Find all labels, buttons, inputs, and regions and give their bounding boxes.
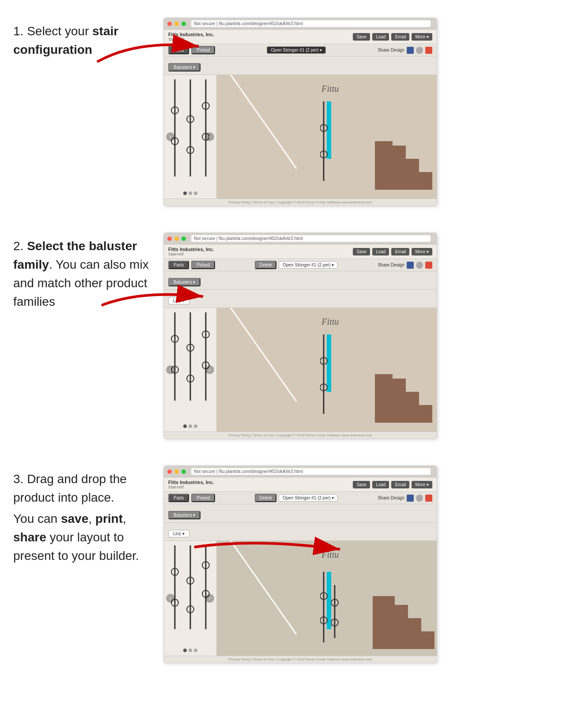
handrail-3 xyxy=(230,541,297,635)
step-1-screenshot: Not secure | fitu.plantrla.com/designer/… xyxy=(163,18,550,206)
load-button-2[interactable]: Load xyxy=(372,248,389,255)
step-3-bold-print: print xyxy=(95,512,123,525)
toolbar-left-2: Parts Picked xyxy=(168,261,215,269)
share-label-1: Share Design xyxy=(378,48,404,53)
step-2-number: 2. xyxy=(13,239,23,253)
app-logo-3: Fitts Industries, Inc. StairArtif xyxy=(168,480,214,489)
close-dot-2 xyxy=(167,236,172,241)
stair-preview-1: Fittu xyxy=(217,75,437,199)
app-footer-3: Privacy Policy | Terms of Use | Copyrigh… xyxy=(164,656,437,663)
svg-rect-53 xyxy=(373,596,395,607)
browser-url-1: Not secure | fitu.plantrla.com/designer/… xyxy=(191,20,431,27)
email-button-3[interactable]: Email xyxy=(391,481,409,488)
baluster-items-svg-2 xyxy=(164,308,217,405)
parts-tab-2[interactable]: Parts xyxy=(168,261,189,269)
linz-toolbar-3: Linz ▾ xyxy=(164,523,437,541)
more-button-2[interactable]: More ▾ xyxy=(412,248,432,255)
step-1-number: 1. xyxy=(13,24,23,38)
picked-tab-3[interactable]: Picked xyxy=(191,494,215,502)
toolbar-center-2: Delete Open Stringer #1 (2 per) ▾ xyxy=(255,261,338,269)
picked-tab-2[interactable]: Picked xyxy=(191,261,215,269)
min-dot-3 xyxy=(174,469,179,474)
max-dot-1 xyxy=(181,22,186,26)
parts-tab-3[interactable]: Parts xyxy=(168,494,189,502)
dot-2-1 xyxy=(183,424,187,428)
app-content-1: ‹ › Fittu xyxy=(164,75,437,199)
email-button-1[interactable]: Email xyxy=(391,33,409,41)
max-dot-3 xyxy=(181,469,186,474)
dots-row-1 xyxy=(183,191,197,195)
handrail-2 xyxy=(230,308,297,402)
svg-rect-15 xyxy=(375,146,406,163)
step-2-section: 2. Select the baluster family. You can a… xyxy=(13,233,550,439)
min-dot-2 xyxy=(174,236,179,241)
dots-row-3 xyxy=(183,649,197,652)
dot-3-3 xyxy=(194,649,197,652)
share-label-3: Share Design xyxy=(378,495,404,500)
step-1-section: 1. Select your stairconfiguration Not se… xyxy=(13,18,550,206)
toolbar-left-3: Parts Picked xyxy=(168,494,215,502)
stair-steps-1 xyxy=(375,141,432,190)
balusters-toolbar-3: Balusters ▾ xyxy=(164,504,437,523)
share-label-2: Share Design xyxy=(378,263,404,267)
toolbar-left-1: Parts Picked xyxy=(168,46,215,54)
linz-btn-3[interactable]: Linz ▾ xyxy=(168,530,189,537)
toolbar-right-3: Share Design xyxy=(378,495,432,502)
app-toolbar-2: Parts Picked Delete Open Stringer #1 (2 … xyxy=(164,259,437,271)
balusters-btn-3[interactable]: Balusters ▾ xyxy=(168,511,200,519)
step-3-browser: Not secure | fitu.plantrla.com/designer/… xyxy=(163,465,437,663)
more-button-3[interactable]: More ▾ xyxy=(412,481,432,488)
balusters-btn-2[interactable]: Balusters ▾ xyxy=(168,278,200,286)
step-3-screenshot: Not secure | fitu.plantrla.com/designer/… xyxy=(163,465,550,663)
balusters-toolbar-1: Balusters ▾ xyxy=(164,56,437,75)
nav-arrow-left-3[interactable]: ‹ xyxy=(166,594,175,603)
load-button-1[interactable]: Load xyxy=(372,33,389,41)
save-button-3[interactable]: Save xyxy=(353,481,370,488)
balusters-btn-1[interactable]: Balusters ▾ xyxy=(168,63,200,71)
stringer-dropdown-2[interactable]: Open Stringer #1 (2 per) ▾ xyxy=(279,261,338,269)
parts-tab-1[interactable]: Parts xyxy=(168,46,189,54)
stringer-dropdown-3[interactable]: Open Stringer #1 (2 per) ▾ xyxy=(279,494,338,502)
nav-arrow-left-1[interactable]: ‹ xyxy=(166,132,175,141)
step-1-bold: stairconfiguration xyxy=(13,24,118,56)
google-icon-1 xyxy=(425,47,432,54)
linz-btn-2[interactable]: Linz ▾ xyxy=(168,297,189,304)
social-icon-2-3 xyxy=(416,495,423,502)
load-button-3[interactable]: Load xyxy=(372,481,389,488)
baluster-panel-3: ‹ › xyxy=(164,541,217,656)
fitts-logo-2: Fittu xyxy=(321,317,339,327)
linz-toolbar-2: Linz ▾ xyxy=(164,290,437,308)
step-2-bold-1: Select the baluster family xyxy=(13,239,137,271)
picked-tab-1[interactable]: Picked xyxy=(191,46,215,54)
delete-button-3[interactable]: Delete xyxy=(255,494,276,502)
balusters-toolbar-2: Balusters ▾ xyxy=(164,271,437,290)
facebook-icon-3 xyxy=(407,495,414,502)
save-button-1[interactable]: Save xyxy=(353,33,370,41)
stair-baluster-1 xyxy=(320,101,333,181)
app-logo-sub-1: StairArtif xyxy=(168,37,214,41)
delete-button-2[interactable]: Delete xyxy=(255,261,276,269)
facebook-icon-2 xyxy=(407,262,414,269)
nav-arrow-right-1[interactable]: › xyxy=(205,132,214,141)
nav-arrow-right-3[interactable]: › xyxy=(205,594,214,603)
browser-chrome-3: Not secure | fitu.plantrla.com/designer/… xyxy=(164,466,437,477)
app-toolbar-1: Parts Picked Open Stringer #1 (2 per) ▾ … xyxy=(164,44,437,56)
app-footer-2: Privacy Policy | Terms of Use | Copyrigh… xyxy=(164,432,437,439)
app-content-3: ‹ › Fittu xyxy=(164,541,437,656)
stringer-dropdown-1[interactable]: Open Stringer #1 (2 per) ▾ xyxy=(267,46,326,54)
svg-rect-52 xyxy=(373,605,408,623)
step-2-browser: Not secure | fitu.plantrla.com/designer/… xyxy=(163,233,437,439)
step-3-section: 3. Drag and drop the product into place.… xyxy=(13,465,550,663)
nav-arrow-left-2[interactable]: ‹ xyxy=(166,365,175,374)
more-button-1[interactable]: More ▾ xyxy=(412,33,432,41)
browser-url-2: Not secure | fitu.plantrla.com/designer/… xyxy=(191,235,431,242)
nav-arrow-right-2[interactable]: › xyxy=(205,365,214,374)
step-3-text: 3. Drag and drop the product into place.… xyxy=(13,465,155,567)
app-logo-2: Fitts Industries, Inc. StairArtif xyxy=(168,247,214,256)
handrail-1 xyxy=(230,75,297,169)
step-3-bold-share: share xyxy=(13,530,46,544)
toolbar-right-2: Share Design xyxy=(378,262,432,269)
save-button-2[interactable]: Save xyxy=(353,248,370,255)
email-button-2[interactable]: Email xyxy=(391,248,409,255)
step-2-screenshot: Not secure | fitu.plantrla.com/designer/… xyxy=(163,233,550,439)
